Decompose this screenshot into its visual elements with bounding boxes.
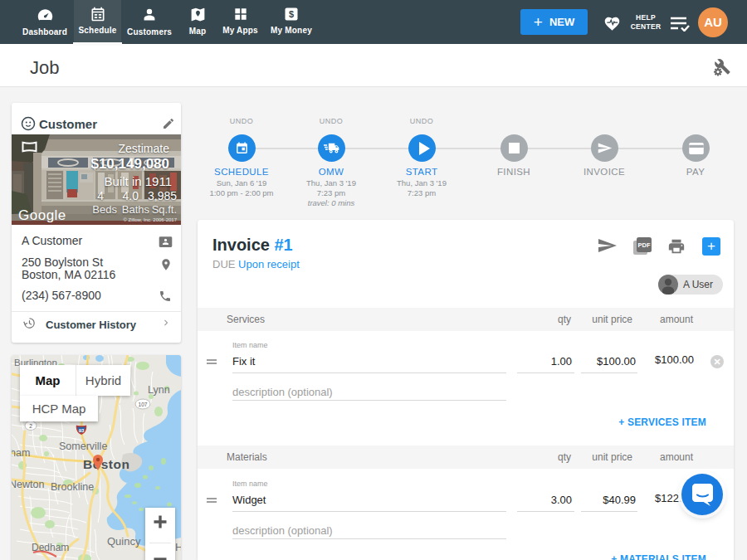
svg-text:Newton: Newton xyxy=(12,479,44,490)
svg-text:ham: ham xyxy=(12,447,30,459)
svg-text:Lynn: Lynn xyxy=(148,384,170,396)
svg-text:Quincy: Quincy xyxy=(107,535,141,548)
svg-text:93: 93 xyxy=(79,428,85,433)
svg-text:Brookline: Brookline xyxy=(51,481,94,493)
svg-text:PDF: PDF xyxy=(638,241,651,249)
svg-text:Boston: Boston xyxy=(83,457,129,471)
svg-text:$: $ xyxy=(289,9,294,19)
svg-text:Dedham: Dedham xyxy=(32,542,69,553)
svg-text:Somerville: Somerville xyxy=(59,441,107,452)
svg-text:2: 2 xyxy=(29,423,32,429)
svg-text:Hi: Hi xyxy=(175,541,181,553)
svg-text:107: 107 xyxy=(139,402,148,407)
